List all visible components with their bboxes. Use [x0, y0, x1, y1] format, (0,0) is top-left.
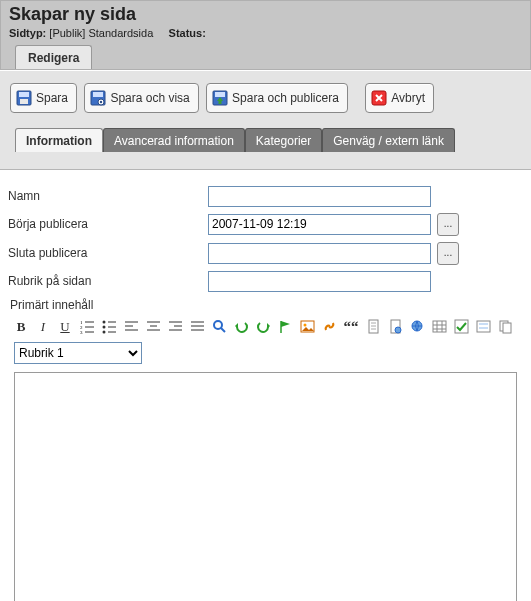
style-select[interactable]: Rubrik 1	[14, 342, 142, 364]
disk-upload-icon	[212, 90, 228, 106]
align-left-icon[interactable]	[122, 318, 140, 336]
ellipsis-icon: ...	[444, 217, 452, 231]
status-label: Status:	[169, 27, 206, 39]
primary-content-label: Primärt innehåll	[10, 298, 523, 312]
link-icon[interactable]	[320, 318, 338, 336]
underline-icon[interactable]: U	[56, 318, 74, 336]
meta-row: Sidtyp: [Publik] Standardsida Status:	[9, 27, 522, 39]
page-title: Skapar ny sida	[9, 5, 522, 25]
sidtyp-value: [Publik] Standardsida	[49, 27, 153, 39]
form-area: Namn Börja publicera ... Sluta publicera…	[0, 170, 531, 601]
table-icon[interactable]	[430, 318, 448, 336]
name-label: Namn	[8, 189, 208, 203]
svg-rect-55	[503, 323, 511, 333]
tabs-row: InformationAvancerad informationKategori…	[10, 127, 521, 151]
quote-icon[interactable]: ““	[342, 318, 360, 336]
row-name: Namn	[8, 186, 523, 207]
editor-toolbar: B I U 123 ““	[8, 316, 523, 338]
flag-icon[interactable]	[276, 318, 294, 336]
italic-icon[interactable]: I	[34, 318, 52, 336]
svg-point-17	[102, 326, 105, 329]
save-publish-label: Spara och publicera	[232, 91, 339, 105]
tab-information[interactable]: Information	[15, 128, 103, 152]
tab-redigera[interactable]: Redigera	[15, 45, 92, 69]
align-center-icon[interactable]	[144, 318, 162, 336]
pub-start-picker[interactable]: ...	[437, 213, 459, 236]
bold-icon[interactable]: B	[12, 318, 30, 336]
save-button[interactable]: Spara	[10, 83, 77, 113]
save-publish-button[interactable]: Spara och publicera	[206, 83, 348, 113]
pub-end-input[interactable]	[208, 243, 431, 264]
check-icon[interactable]	[452, 318, 470, 336]
svg-rect-52	[479, 323, 488, 325]
pub-start-input[interactable]	[208, 214, 431, 235]
undo-icon[interactable]	[232, 318, 250, 336]
copy-icon[interactable]	[496, 318, 514, 336]
cancel-button[interactable]: Avbryt	[365, 83, 434, 113]
page-title-input[interactable]	[208, 271, 431, 292]
doc-gear-icon[interactable]	[386, 318, 404, 336]
disk-eye-icon	[90, 90, 106, 106]
pub-start-label: Börja publicera	[8, 217, 208, 231]
tab-categories[interactable]: Kategorier	[245, 128, 322, 152]
svg-point-16	[102, 321, 105, 324]
svg-rect-8	[215, 92, 225, 97]
form-icon[interactable]	[474, 318, 492, 336]
svg-rect-1	[19, 92, 29, 97]
svg-point-6	[100, 101, 102, 103]
page-title-label: Rubrik på sidan	[8, 274, 208, 288]
disk-icon	[16, 90, 32, 106]
tab-advanced[interactable]: Avancerad information	[103, 128, 245, 152]
svg-rect-4	[93, 92, 103, 97]
align-right-icon[interactable]	[166, 318, 184, 336]
row-pub-end: Sluta publicera ...	[8, 242, 523, 265]
svg-rect-50	[455, 320, 468, 333]
svg-rect-45	[433, 321, 446, 332]
svg-point-18	[102, 331, 105, 334]
redo-icon[interactable]	[254, 318, 272, 336]
globe-link-icon[interactable]	[408, 318, 426, 336]
ordered-list-icon[interactable]: 123	[78, 318, 96, 336]
ellipsis-icon: ...	[444, 246, 452, 260]
cancel-label: Avbryt	[391, 91, 425, 105]
row-page-title: Rubrik på sidan	[8, 271, 523, 292]
editor-textarea[interactable]	[14, 372, 517, 601]
save-show-button[interactable]: Spara och visa	[84, 83, 198, 113]
svg-line-35	[221, 328, 225, 332]
save-show-label: Spara och visa	[110, 91, 189, 105]
header: Skapar ny sida Sidtyp: [Publik] Standard…	[0, 0, 531, 70]
toolbar-area: Spara Spara och visa Spara och publicera…	[0, 70, 531, 170]
svg-point-43	[395, 327, 401, 333]
doc-icon[interactable]	[364, 318, 382, 336]
svg-rect-2	[20, 99, 28, 104]
pub-end-label: Sluta publicera	[8, 246, 208, 260]
align-justify-icon[interactable]	[188, 318, 206, 336]
cancel-icon	[371, 90, 387, 106]
image-icon[interactable]	[298, 318, 316, 336]
sidtyp-label: Sidtyp:	[9, 27, 46, 39]
row-pub-start: Börja publicera ...	[8, 213, 523, 236]
tab-shortcut[interactable]: Genväg / extern länk	[322, 128, 455, 152]
svg-rect-53	[479, 327, 488, 329]
svg-text:3: 3	[80, 330, 83, 334]
svg-rect-51	[477, 321, 490, 332]
save-label: Spara	[36, 91, 68, 105]
pub-end-picker[interactable]: ...	[437, 242, 459, 265]
name-input[interactable]	[208, 186, 431, 207]
find-icon[interactable]	[210, 318, 228, 336]
svg-point-34	[214, 321, 222, 329]
unordered-list-icon[interactable]	[100, 318, 118, 336]
svg-point-37	[303, 324, 306, 327]
